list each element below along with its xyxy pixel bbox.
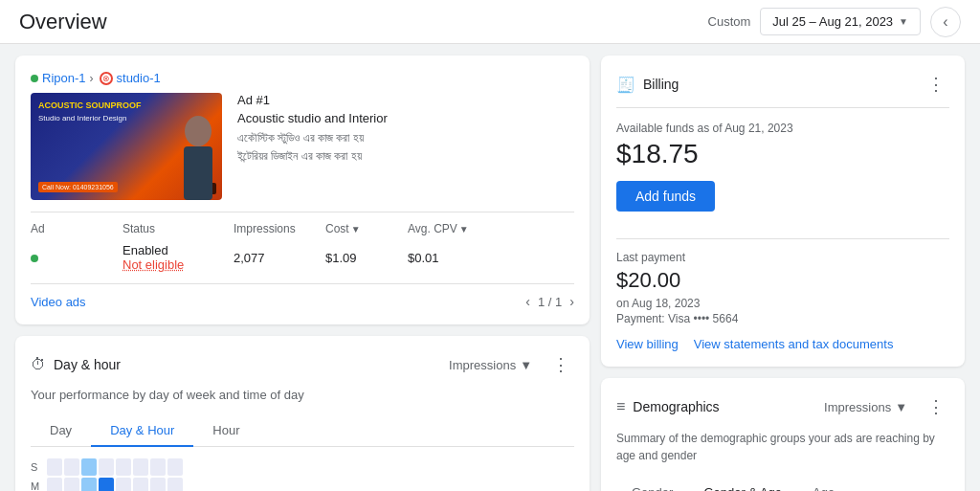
cost-sort-icon[interactable]: ▼	[351, 224, 361, 234]
day-hour-header: ⏱ Day & hour Impressions ▼ ⋮	[31, 351, 574, 378]
more-vert-icon: ⋮	[927, 396, 945, 417]
pagination-next-icon[interactable]: ›	[569, 294, 574, 309]
payment-date: on Aug 18, 2023	[616, 297, 949, 310]
heat-cell	[47, 478, 62, 491]
ad-card: Ripon-1 › ⊗ studio-1 Acoustic Sounproof …	[15, 56, 590, 324]
available-funds-label: Available funds as of Aug 21, 2023	[616, 122, 949, 135]
ad-info: Ad #1 Acoustic studio and Interior একৌস্…	[237, 93, 574, 200]
day-hour-card: ⏱ Day & hour Impressions ▼ ⋮ Your perfor…	[15, 336, 590, 491]
col-status-header: Status	[122, 222, 218, 235]
demographics-card: ≡ Demographics Impressions ▼ ⋮ Summary o…	[601, 378, 965, 491]
svg-point-0	[185, 116, 212, 146]
chevron-down-icon: ▼	[899, 16, 908, 27]
custom-label: Custom	[708, 14, 751, 29]
heat-cell	[81, 458, 97, 476]
main-content: Ripon-1 › ⊗ studio-1 Acoustic Sounproof …	[0, 44, 980, 491]
back-button[interactable]: ‹	[930, 7, 961, 37]
day-label-s: S	[31, 458, 39, 476]
tab-gender[interactable]: Gender	[616, 478, 688, 491]
status-not-eligible[interactable]: Not eligible	[122, 257, 184, 272]
adgroup-breadcrumb: ⊗ studio-1	[100, 71, 161, 85]
billing-title: Billing	[643, 77, 679, 92]
day-label-m: M	[31, 478, 39, 491]
ad-table: Ad Status Impressions Cost ▼ Avg. CPV ▼	[31, 212, 574, 272]
date-range-button[interactable]: Jul 25 – Aug 21, 2023 ▼	[760, 8, 921, 35]
col-impressions-header: Impressions	[234, 222, 310, 235]
add-funds-button[interactable]: Add funds	[616, 181, 715, 212]
tab-day[interactable]: Day	[31, 415, 91, 447]
adgroup-link[interactable]: studio-1	[117, 71, 161, 85]
campaign-breadcrumb: Ripon-1 ›	[31, 71, 94, 85]
demographics-subtitle: Summary of the demographic groups your a…	[616, 430, 949, 464]
heat-cell	[81, 478, 97, 491]
billing-links: View billing View statements and tax doc…	[616, 337, 949, 351]
ad-description-bengali: একৌস্টিক স্টুডিও এর কাজ করা হয় ইন্টেরিয…	[237, 129, 574, 166]
heat-cell	[64, 478, 79, 491]
heat-cell	[133, 458, 148, 476]
billing-divider	[616, 238, 949, 239]
last-payment-label: Last payment	[616, 251, 949, 264]
cpv-sort-icon[interactable]: ▼	[459, 224, 469, 234]
day-hour-title-area: ⏱ Day & hour	[31, 356, 121, 373]
heat-cell	[133, 478, 148, 491]
status-enabled: Enabled	[122, 243, 218, 257]
day-hour-more-button[interactable]: ⋮	[547, 351, 574, 378]
breadcrumb-arrow-icon: ›	[90, 72, 94, 85]
more-vert-icon: ⋮	[552, 354, 569, 375]
campaign-link[interactable]: Ripon-1	[42, 71, 86, 85]
day-hour-title: Day & hour	[54, 357, 121, 372]
demographics-title: Demographics	[633, 399, 719, 414]
pagination-prev-icon[interactable]: ‹	[525, 294, 530, 309]
breadcrumb: Ripon-1 › ⊗ studio-1	[31, 71, 574, 85]
heat-row-s	[47, 458, 183, 476]
thumbnail-sub: Studio and Interior Design	[38, 114, 142, 123]
heat-cell	[99, 458, 114, 476]
thumbnail-text: Acoustic Sounproof Studio and Interior D…	[38, 100, 142, 123]
tab-hour[interactable]: Hour	[193, 415, 258, 447]
right-panel: 🧾 Billing ⋮ Available funds as of Aug 21…	[601, 56, 965, 480]
svg-rect-1	[184, 146, 212, 200]
view-billing-link[interactable]: View billing	[616, 337, 679, 351]
ad-thumbnail: Acoustic Sounproof Studio and Interior D…	[31, 93, 222, 200]
col-cost-header: Cost ▼	[325, 222, 392, 235]
impressions-dropdown[interactable]: Impressions ▼	[441, 354, 540, 376]
day-hour-tab-nav: Day Day & Hour Hour	[31, 415, 574, 447]
heatmap-area: S M T	[31, 458, 574, 491]
header-controls: Custom Jul 25 – Aug 21, 2023 ▼ ‹	[708, 7, 961, 37]
page-title: Overview	[19, 10, 107, 34]
heat-cell	[99, 478, 114, 491]
available-amount: $18.75	[616, 139, 949, 169]
billing-title-area: 🧾 Billing	[616, 76, 679, 94]
col-status-val: Enabled Not eligible	[122, 243, 218, 272]
demographics-impressions-dropdown[interactable]: Impressions ▼	[816, 396, 915, 418]
ad-description: Acoustic studio and Interior	[237, 111, 574, 125]
ad-card-footer: Video ads ‹ 1 / 1 ›	[31, 283, 574, 309]
tab-gender-age[interactable]: Gender & Age	[688, 478, 797, 491]
heat-cell	[167, 458, 183, 476]
back-icon: ‹	[943, 13, 947, 31]
col-cpv-val: $0.01	[408, 251, 484, 265]
heat-row-m	[47, 478, 183, 491]
person-silhouette	[155, 104, 222, 200]
last-payment-amount: $20.00	[616, 268, 949, 293]
video-ads-link[interactable]: Video ads	[31, 295, 86, 309]
ad-number: Ad #1	[237, 93, 574, 107]
page-header: Overview Custom Jul 25 – Aug 21, 2023 ▼ …	[0, 0, 980, 44]
demographics-more-button[interactable]: ⋮	[923, 393, 949, 420]
col-impressions-val: 2,077	[234, 251, 310, 265]
date-range-label: Jul 25 – Aug 21, 2023	[772, 14, 893, 29]
heat-cell	[167, 478, 183, 491]
heat-grid	[47, 458, 183, 491]
heat-cell	[116, 478, 131, 491]
heat-cell	[150, 458, 166, 476]
tab-age[interactable]: Age	[797, 478, 850, 491]
demographics-header: ≡ Demographics Impressions ▼ ⋮	[616, 393, 949, 420]
col-ad-header: Ad	[31, 222, 107, 235]
chevron-down-icon: ▼	[895, 400, 907, 414]
view-statements-link[interactable]: View statements and tax documents	[694, 337, 894, 351]
heat-cell	[116, 458, 131, 476]
demographics-actions: Impressions ▼ ⋮	[816, 393, 949, 420]
enabled-dot-icon	[31, 255, 38, 262]
billing-more-button[interactable]: ⋮	[923, 71, 949, 98]
tab-day-hour[interactable]: Day & Hour	[91, 415, 193, 447]
